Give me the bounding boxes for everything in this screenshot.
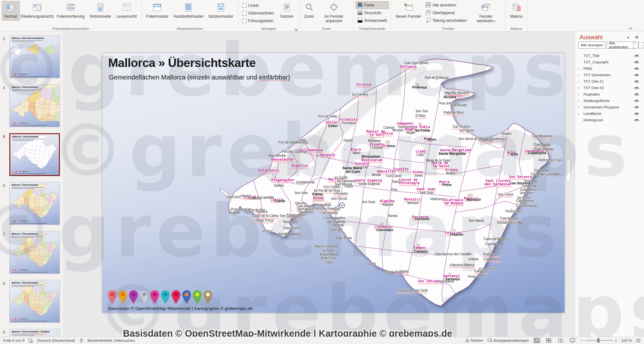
- place-label[interactable]: Tolleric: [325, 261, 335, 264]
- municipality-label[interactable]: Fornalutx: [339, 117, 358, 121]
- fit-slide-icon[interactable]: [636, 339, 641, 343]
- place-label[interactable]: Port de Pollença: [425, 76, 448, 79]
- place-label[interactable]: Can Picafort: [452, 125, 470, 128]
- place-label[interactable]: del Camí: [346, 170, 360, 173]
- selection-pane-item[interactable]: ▷TXT Orte #2: [575, 85, 644, 91]
- municipality-label[interactable]: Bunyola: [320, 153, 335, 157]
- selection-pane-item[interactable]: TXT_Copyright: [575, 59, 644, 65]
- slide-thumbnail-3[interactable]: Mallorca » Mini-Übersichtskarten: [9, 35, 60, 78]
- place-label[interactable]: Betlem: [501, 132, 511, 135]
- municipality-label[interactable]: Santa Eugènia: [355, 178, 382, 182]
- selection-pane-item[interactable]: TXT_Titel: [575, 52, 644, 59]
- slide-canvas[interactable]: ✈ Sa CalobraPort de SóllerSóllerSóllerFo…: [102, 53, 564, 313]
- status-normal-view-button[interactable]: [533, 338, 541, 343]
- map-pin-icon[interactable]: [193, 290, 202, 304]
- place-label[interactable]: Pina: [391, 188, 397, 191]
- outline-view-button[interactable]: Gliederungsansicht: [20, 1, 54, 21]
- place-label[interactable]: Colònia de Sant Jordi: [397, 289, 428, 292]
- fit-to-window-button[interactable]: An Fenster anpassen: [317, 1, 351, 25]
- place-label[interactable]: Son Macià: [469, 219, 484, 222]
- place-label[interactable]: Portocolom: [483, 253, 500, 256]
- place-label[interactable]: Sant Elm: [227, 195, 240, 199]
- map-pin-icon[interactable]: [161, 290, 170, 304]
- municipality-label[interactable]: Puigpunyent: [271, 178, 294, 182]
- pane-dropdown-icon[interactable]: ▼: [627, 36, 630, 39]
- slide-title[interactable]: Mallorca » Übersichtskarte: [108, 56, 256, 70]
- move-down-button[interactable]: ⌄: [639, 42, 644, 48]
- place-label[interactable]: Son Bauló: [459, 129, 474, 132]
- place-label[interactable]: Biniamar: [368, 139, 381, 143]
- expand-icon[interactable]: ▷: [578, 74, 580, 77]
- place-label[interactable]: el Toro: [263, 229, 272, 233]
- visibility-eye-icon[interactable]: [634, 98, 639, 103]
- notes-button[interactable]: Notizen: [278, 1, 296, 21]
- spellcheck-icon[interactable]: [29, 339, 33, 343]
- notes-page-button[interactable]: Notizenseite: [87, 1, 114, 21]
- visibility-eye-icon[interactable]: [634, 111, 639, 116]
- visibility-eye-icon[interactable]: [634, 118, 639, 122]
- zoom-level[interactable]: 123 %: [621, 339, 632, 342]
- selection-pane-item[interactable]: ▷TXT Gemeinden: [575, 72, 644, 78]
- place-label[interactable]: Establiments: [296, 181, 315, 184]
- place-label[interactable]: Cala Anguila: [500, 217, 518, 220]
- map-pin-icon[interactable]: [182, 290, 191, 304]
- place-label[interactable]: Montuïri: [407, 201, 419, 205]
- place-label[interactable]: s'Estanyol: [478, 138, 493, 142]
- place-label[interactable]: Fornalutx: [342, 121, 356, 125]
- municipality-label[interactable]: Consell: [355, 162, 370, 165]
- municipality-label[interactable]: Son Servera: [509, 175, 532, 179]
- place-label[interactable]: Terrenova: [283, 220, 297, 224]
- notes-master-button[interactable]: Notizenmaster: [206, 1, 236, 21]
- editor-vertical-scrollbar[interactable]: [566, 32, 571, 333]
- place-label[interactable]: Sa Pobla: [415, 128, 430, 132]
- place-label[interactable]: Llubí: [417, 153, 424, 157]
- macros-button[interactable]: Makros: [507, 1, 525, 21]
- place-label[interactable]: Es Molinar: [316, 203, 331, 207]
- expand-icon[interactable]: ▷: [578, 87, 580, 89]
- place-label[interactable]: Orient: [343, 139, 352, 142]
- place-label[interactable]: Mal Pas-Bonaire: [445, 91, 469, 95]
- reading-view-button[interactable]: Leseansicht: [114, 1, 139, 21]
- slide-thumbnail-5[interactable]: Mallorca » Übersichtskarte: [9, 133, 60, 176]
- municipality-label[interactable]: Montuïri: [404, 197, 421, 201]
- municipality-label[interactable]: Llubí: [416, 149, 426, 153]
- municipality-label[interactable]: Campanet: [397, 121, 413, 125]
- place-label[interactable]: Sa Torre: [322, 249, 334, 252]
- visibility-eye-icon[interactable]: [634, 79, 639, 83]
- grayscale-button[interactable]: Graustufe: [355, 9, 389, 17]
- place-label[interactable]: Alcanada: [453, 103, 467, 107]
- place-label[interactable]: Maioris Dècima: [315, 245, 337, 248]
- municipality-label[interactable]: de Bonany: [445, 201, 464, 205]
- municipality-label[interactable]: la Vall: [369, 133, 384, 136]
- place-label[interactable]: es Caülls: [334, 176, 347, 179]
- place-label[interactable]: Llucmajor: [376, 228, 393, 232]
- normal-view-button[interactable]: Normal: [2, 1, 20, 21]
- place-label[interactable]: Portocristo: [506, 209, 521, 213]
- selection-pane-item[interactable]: ▷PINS: [575, 65, 644, 72]
- slide-indicator[interactable]: Folie 5 von 9: [3, 339, 24, 342]
- visibility-eye-icon[interactable]: [634, 92, 639, 96]
- place-label[interactable]: Son Verí: [330, 228, 343, 232]
- place-label[interactable]: Cala Murada: [485, 242, 503, 246]
- status-reading-view-button[interactable]: [557, 338, 564, 343]
- municipality-label[interactable]: Banyalbufar: [271, 157, 294, 161]
- arrange-all-button[interactable]: Alle anordnen: [424, 1, 469, 9]
- selection-pane-item[interactable]: ▷TXT Orte #1: [575, 78, 644, 85]
- visibility-eye-icon[interactable]: [634, 66, 639, 70]
- display-settings-button[interactable]: Anzeigeeinstellungen: [488, 339, 529, 342]
- visibility-eye-icon[interactable]: [634, 60, 639, 64]
- handout-master-button[interactable]: Handzettelmaster: [171, 1, 206, 21]
- place-label[interactable]: Port de Valldemossa: [278, 141, 308, 144]
- zoom-out-icon[interactable]: −: [581, 338, 583, 343]
- place-label[interactable]: Son Caliu: [280, 214, 294, 218]
- slide-subtitle[interactable]: Gemeindeflächen Mallorca (einzeln auswäh…: [109, 74, 290, 81]
- gridlines-checkbox[interactable]: Gitternetzlinien: [240, 9, 276, 17]
- place-label[interactable]: Artà: [511, 152, 518, 156]
- slide-thumbnail-4[interactable]: Mallorca » Übersichtskarte: [9, 84, 60, 127]
- place-label[interactable]: Port des Canonge: [282, 150, 308, 153]
- municipality-label[interactable]: Sineu: [413, 170, 423, 174]
- municipality-label[interactable]: Ses Salines: [418, 279, 441, 283]
- selection-pane-item[interactable]: ▷Flughafen: [575, 91, 644, 98]
- place-label[interactable]: Sóller: [328, 124, 338, 128]
- place-label[interactable]: Son Moro: [520, 191, 534, 195]
